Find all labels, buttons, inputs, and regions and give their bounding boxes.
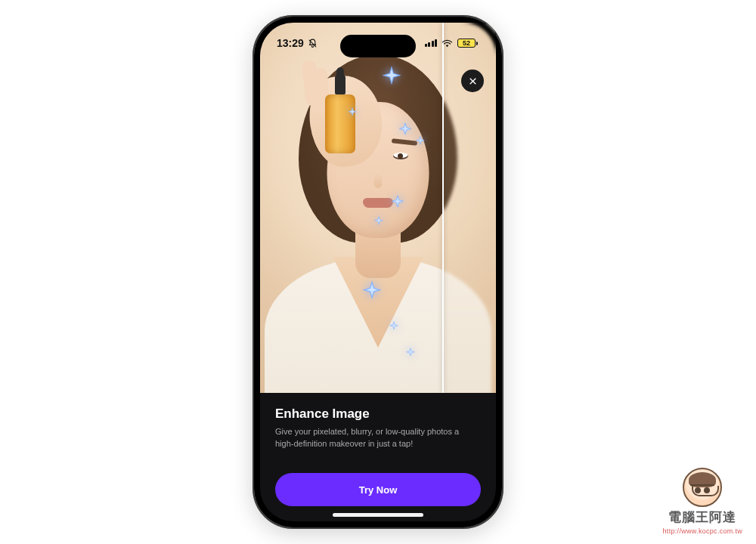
canvas: 13:29 [0,0,756,544]
status-left: 13:29 [277,37,318,49]
dropper-bottle [325,94,355,153]
home-indicator[interactable] [333,513,423,517]
feature-sheet: Enhance Image Give your pixelated, blurr… [260,393,496,521]
try-now-button[interactable]: Try Now [275,473,481,506]
compare-slider[interactable] [442,23,444,393]
watermark-avatar-icon [683,468,722,507]
status-right: 52 [425,39,479,48]
dynamic-island [340,35,416,57]
feature-subtitle: Give your pixelated, blurry, or low-qual… [275,426,479,450]
status-time: 13:29 [277,37,304,49]
source-watermark: 電腦王阿達 http://www.kocpc.com.tw [663,468,742,535]
watermark-text: 電腦王阿達 [668,508,736,526]
cellular-icon [425,39,438,47]
preview-image [260,23,496,393]
close-icon [468,76,478,86]
battery-level: 52 [457,39,476,48]
watermark-url: http://www.kocpc.com.tw [663,527,742,535]
close-button[interactable] [461,70,484,92]
phone-frame: 13:29 [253,15,503,529]
battery-indicator: 52 [457,39,478,48]
wifi-icon [442,39,453,48]
phone-screen: 13:29 [260,23,496,521]
silent-mode-icon [308,39,318,48]
feature-title: Enhance Image [275,406,481,422]
